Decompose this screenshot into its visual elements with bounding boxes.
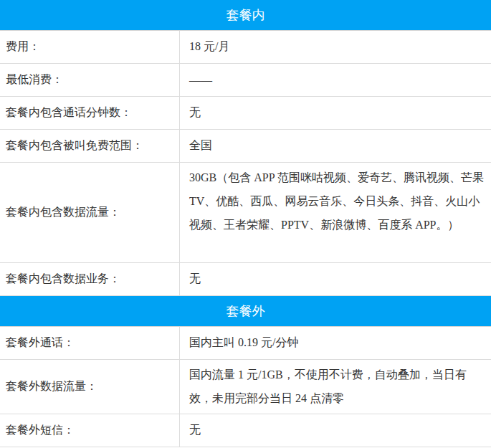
section-header-in-package: 套餐内 <box>0 0 491 31</box>
row-min-consumption-label: 最低消费： <box>0 64 180 96</box>
row-included-data-value: 30GB（包含 APP 范围咪咕视频、爱奇艺、腾讯视频、芒果 TV、优酷、西瓜、… <box>180 163 491 262</box>
row-extra-data: 套餐外数据流量： 国内流量 1 元/1GB，不使用不计费，自动叠加，当日有效，未… <box>0 360 491 414</box>
row-extra-sms-value: 无 <box>180 414 491 447</box>
row-extra-call-value: 国内主叫 0.19 元/分钟 <box>180 327 491 359</box>
row-included-call-minutes: 套餐内包含通话分钟数： 无 <box>0 97 491 130</box>
row-included-free-incoming-area-value: 全国 <box>180 130 491 162</box>
row-extra-call: 套餐外通话： 国内主叫 0.19 元/分钟 <box>0 327 491 360</box>
plan-pricing-table: 套餐内 费用： 18 元/月 最低消费： —— 套餐内包含通话分钟数： 无 套餐… <box>0 0 491 447</box>
row-included-data-services: 套餐内包含数据业务： 无 <box>0 263 491 296</box>
row-fee: 费用： 18 元/月 <box>0 31 491 64</box>
row-fee-value: 18 元/月 <box>180 31 491 63</box>
row-included-data-services-label: 套餐内包含数据业务： <box>0 263 180 295</box>
row-min-consumption: 最低消费： —— <box>0 64 491 97</box>
row-included-call-minutes-value: 无 <box>180 97 491 129</box>
row-extra-sms: 套餐外短信： 无 <box>0 414 491 447</box>
row-fee-label: 费用： <box>0 31 180 63</box>
row-included-data: 套餐内包含数据流量： 30GB（包含 APP 范围咪咕视频、爱奇艺、腾讯视频、芒… <box>0 163 491 263</box>
section-header-out-of-package: 套餐外 <box>0 296 491 327</box>
row-included-data-label: 套餐内包含数据流量： <box>0 163 180 262</box>
row-min-consumption-value: —— <box>180 64 491 96</box>
row-included-data-services-value: 无 <box>180 263 491 295</box>
row-extra-data-value: 国内流量 1 元/1GB，不使用不计费，自动叠加，当日有效，未用完部分当日 24… <box>180 360 491 414</box>
row-included-free-incoming-area: 套餐内包含被叫免费范围： 全国 <box>0 130 491 163</box>
row-included-call-minutes-label: 套餐内包含通话分钟数： <box>0 97 180 129</box>
row-extra-sms-label: 套餐外短信： <box>0 414 180 447</box>
row-included-free-incoming-area-label: 套餐内包含被叫免费范围： <box>0 130 180 162</box>
row-extra-call-label: 套餐外通话： <box>0 327 180 359</box>
row-extra-data-label: 套餐外数据流量： <box>0 360 180 414</box>
